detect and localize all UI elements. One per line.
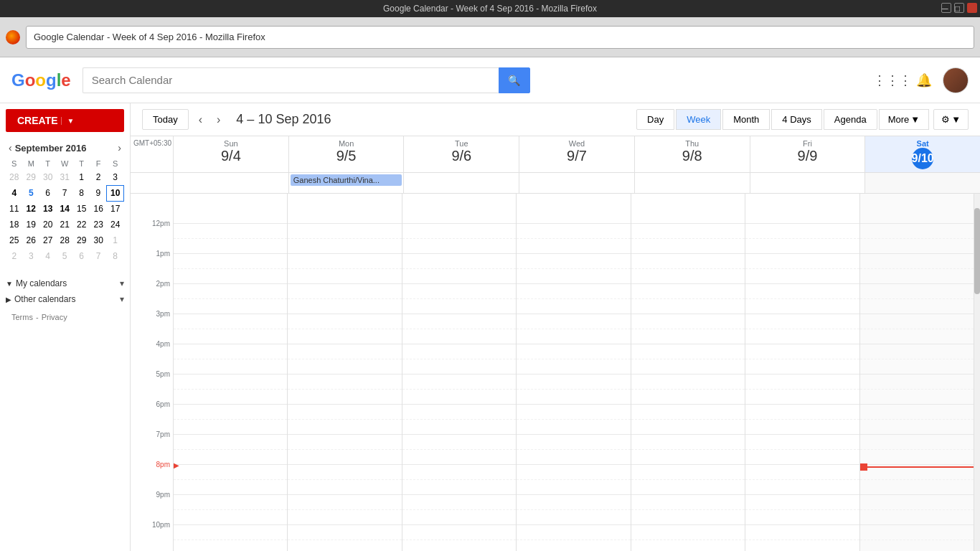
mini-cal-day[interactable]: 2 bbox=[6, 248, 22, 264]
mini-cal-day[interactable]: 3 bbox=[107, 169, 124, 185]
window-controls: ─ □ bbox=[941, 3, 977, 13]
allday-cell-thu[interactable] bbox=[635, 173, 750, 193]
mini-cal-day[interactable]: 8 bbox=[73, 185, 90, 201]
scrollbar-thumb[interactable] bbox=[974, 208, 980, 294]
other-calendars-section[interactable]: ▶ Other calendars ▾ bbox=[6, 291, 124, 307]
view-btn-day[interactable]: Day bbox=[636, 109, 674, 130]
mini-cal-day[interactable]: 7 bbox=[56, 185, 72, 201]
my-calendars-toggle[interactable]: ▾ bbox=[120, 278, 124, 288]
mini-cal-day[interactable]: 17 bbox=[107, 201, 124, 217]
day-col-sun[interactable]: ▶ bbox=[174, 194, 288, 551]
close-btn[interactable] bbox=[967, 3, 977, 13]
privacy-link[interactable]: Privacy bbox=[42, 313, 67, 321]
allday-cell-mon[interactable]: Ganesh Chaturthi/Vina... bbox=[289, 173, 405, 193]
mini-cal-day[interactable]: 5 bbox=[56, 248, 72, 264]
view-btn-month[interactable]: Month bbox=[722, 109, 770, 130]
day-header-thu: Thu 9/8 bbox=[635, 136, 750, 172]
dow-tue: T bbox=[39, 158, 56, 169]
mini-cal-day[interactable]: 6 bbox=[73, 248, 90, 264]
maximize-btn[interactable]: □ bbox=[954, 3, 964, 13]
mini-cal-day[interactable]: 1 bbox=[107, 232, 124, 248]
next-week-button[interactable]: › bbox=[212, 110, 225, 129]
mini-cal-day[interactable]: 25 bbox=[6, 232, 22, 248]
allday-cell-sat[interactable] bbox=[865, 173, 980, 193]
mini-cal-day[interactable]: 13 bbox=[39, 201, 56, 217]
search-input[interactable] bbox=[83, 67, 499, 93]
mini-cal-day[interactable]: 18 bbox=[6, 217, 22, 232]
day-col-thu[interactable] bbox=[631, 194, 745, 551]
day-col-wed[interactable] bbox=[517, 194, 631, 551]
mini-cal-day[interactable]: 22 bbox=[73, 217, 90, 232]
mini-cal-day[interactable]: 3 bbox=[22, 248, 39, 264]
my-calendars-arrow: ▼ bbox=[6, 280, 13, 288]
notifications-icon[interactable]: 🔔 bbox=[911, 67, 937, 93]
mini-cal-month-year[interactable]: September 2016 bbox=[15, 143, 116, 154]
apps-icon[interactable]: ⋮⋮⋮ bbox=[880, 67, 905, 93]
create-button[interactable]: CREATE ▼ bbox=[6, 109, 124, 132]
mini-cal-day[interactable]: 4 bbox=[6, 185, 22, 201]
google-calendar-app: Google 🔍 ⋮⋮⋮ 🔔 CREATE ▼ ‹ Sept bbox=[0, 57, 980, 551]
minimize-btn[interactable]: ─ bbox=[941, 3, 951, 13]
mini-cal-day[interactable]: 11 bbox=[6, 201, 22, 217]
allday-cell-fri[interactable] bbox=[750, 173, 866, 193]
mini-cal-day[interactable]: 20 bbox=[39, 217, 56, 232]
prev-week-button[interactable]: ‹ bbox=[194, 110, 207, 129]
mini-cal-day[interactable]: 5 bbox=[22, 185, 39, 201]
mini-cal-day[interactable]: 30 bbox=[90, 232, 106, 248]
mini-cal-day[interactable]: 30 bbox=[39, 169, 56, 185]
mini-cal-day[interactable]: 31 bbox=[56, 169, 72, 185]
mini-cal-day[interactable]: 4 bbox=[39, 248, 56, 264]
view-btn-4days[interactable]: 4 Days bbox=[771, 109, 821, 130]
mini-cal-day[interactable]: 24 bbox=[107, 217, 124, 232]
search-button[interactable]: 🔍 bbox=[499, 67, 530, 93]
mini-cal-day[interactable]: 12 bbox=[22, 201, 39, 217]
avatar[interactable] bbox=[943, 67, 969, 93]
titlebar: Google Calendar - Week of 4 Sep 2016 - M… bbox=[0, 0, 980, 17]
mini-cal-day[interactable]: 27 bbox=[39, 232, 56, 248]
timezone-label: GMT+05:30 bbox=[131, 136, 174, 172]
mini-cal-day[interactable]: 15 bbox=[73, 201, 90, 217]
day-col-mon[interactable] bbox=[288, 194, 402, 551]
view-btn-week[interactable]: Week bbox=[676, 109, 721, 130]
day-header-tue: Tue 9/6 bbox=[404, 136, 519, 172]
other-calendars-toggle[interactable]: ▾ bbox=[120, 294, 124, 304]
my-calendars-section[interactable]: ▼ My calendars ▾ bbox=[6, 276, 124, 291]
mini-cal-next[interactable]: › bbox=[115, 141, 124, 155]
mini-cal-day[interactable]: 23 bbox=[90, 217, 106, 232]
day-col-sat[interactable] bbox=[860, 194, 974, 551]
mini-cal-day[interactable]: 16 bbox=[90, 201, 106, 217]
dow-wed: W bbox=[56, 158, 72, 169]
allday-cell-sun[interactable] bbox=[174, 173, 289, 193]
mini-cal-day[interactable]: 29 bbox=[73, 232, 90, 248]
more-views-button[interactable]: More ▼ bbox=[879, 109, 930, 130]
today-button[interactable]: Today bbox=[142, 109, 189, 130]
create-dropdown-arrow[interactable]: ▼ bbox=[61, 117, 75, 125]
mini-cal-day[interactable]: 19 bbox=[22, 217, 39, 232]
mini-cal-day[interactable]: 6 bbox=[39, 185, 56, 201]
mini-cal-day[interactable]: 26 bbox=[22, 232, 39, 248]
mini-cal-day[interactable]: 7 bbox=[90, 248, 106, 264]
allday-cell-wed[interactable] bbox=[519, 173, 635, 193]
mini-cal-day[interactable]: 9 bbox=[90, 185, 106, 201]
allday-cell-tue[interactable] bbox=[404, 173, 519, 193]
allday-event[interactable]: Ganesh Chaturthi/Vina... bbox=[291, 174, 402, 186]
mini-cal-prev[interactable]: ‹ bbox=[6, 141, 15, 155]
browser-address-bar[interactable]: Google Calendar - Week of 4 Sep 2016 - M… bbox=[26, 26, 974, 49]
mini-cal-day[interactable]: 29 bbox=[22, 169, 39, 185]
terms-link[interactable]: Terms bbox=[11, 313, 33, 321]
mini-cal-day-selected[interactable]: 10 bbox=[107, 185, 124, 201]
view-btn-agenda[interactable]: Agenda bbox=[824, 109, 877, 130]
window-title: Google Calendar - Week of 4 Sep 2016 - M… bbox=[383, 4, 597, 14]
day-col-fri[interactable] bbox=[745, 194, 859, 551]
mini-cal-day[interactable]: 28 bbox=[56, 232, 72, 248]
settings-button[interactable]: ⚙ ▼ bbox=[933, 109, 969, 130]
mini-cal-day[interactable]: 28 bbox=[6, 169, 22, 185]
mini-cal-day[interactable]: 2 bbox=[90, 169, 106, 185]
day-col-tue[interactable] bbox=[402, 194, 517, 551]
mini-cal-day[interactable]: 14 bbox=[56, 201, 72, 217]
mini-cal-day[interactable]: 8 bbox=[107, 248, 124, 264]
mini-cal-day[interactable]: 1 bbox=[73, 169, 90, 185]
mini-calendar-grid: S M T W T F S 28 29 30 bbox=[6, 158, 124, 264]
scrollbar[interactable] bbox=[974, 194, 980, 551]
mini-cal-day[interactable]: 21 bbox=[56, 217, 72, 232]
